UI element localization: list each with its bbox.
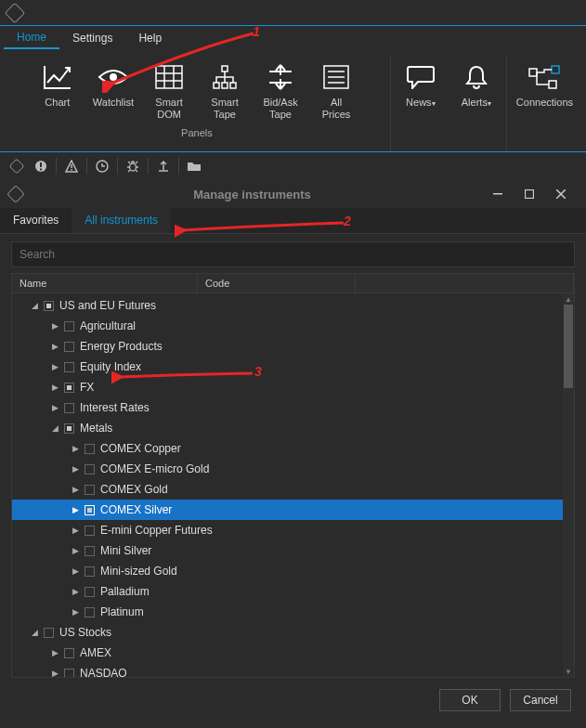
checkbox[interactable] [85,485,95,495]
scrollbar-thumb[interactable] [564,305,573,388]
checkbox[interactable] [85,526,95,536]
checkbox[interactable] [64,423,74,434]
expand-icon[interactable]: ▶ [49,361,60,372]
svg-point-16 [130,163,137,171]
tree-row-mini-silver[interactable]: ▶ Mini Silver [12,540,574,561]
cancel-button[interactable]: Cancel [510,689,571,711]
expand-icon[interactable]: ▶ [70,463,81,474]
ribbon-news-label: News▾ [406,97,436,109]
checkbox[interactable] [85,444,95,454]
tb-logo-icon[interactable] [6,155,28,177]
expand-icon[interactable]: ▶ [70,606,81,618]
checkbox[interactable] [85,607,95,618]
exclamation-icon[interactable] [30,155,52,177]
menu-settings[interactable]: Settings [59,28,125,48]
column-header-name[interactable]: Name [12,274,198,292]
checkbox[interactable] [85,464,95,474]
search-input[interactable] [12,242,574,266]
checkbox[interactable] [64,669,74,679]
tree-row-comex-silver[interactable]: ▶ COMEX Silver [12,500,574,520]
checkbox[interactable] [85,505,95,515]
ribbon-chart-button[interactable]: Chart [30,56,85,125]
expand-icon[interactable]: ▶ [49,341,60,352]
checkbox[interactable] [44,301,54,311]
menu-home[interactable]: Home [4,27,59,49]
tree-row-fx[interactable]: ▶ FX [12,377,574,397]
checkbox[interactable] [64,362,74,372]
app-titlebar [0,0,586,26]
tree-row-agricultural[interactable]: ▶ Agricultural [12,316,574,336]
expand-icon[interactable]: ▶ [70,525,81,536]
bug-icon[interactable] [122,155,144,177]
ribbon-bidask-button[interactable]: Bid/Ask Tape [253,56,308,125]
ribbon-watchlist-button[interactable]: Watchlist [85,56,141,125]
minimize-button[interactable] [482,181,514,207]
tree-row-nasdaq[interactable]: ▶ NASDAQ [12,663,574,678]
svg-rect-11 [40,162,42,167]
tree-row-energy[interactable]: ▶ Energy Products [12,336,574,357]
expand-icon[interactable]: ▶ [49,320,60,332]
checkbox[interactable] [64,403,74,413]
tree-label: COMEX E-micro Gold [100,462,209,475]
close-button[interactable] [545,181,577,207]
folder-icon[interactable] [183,155,205,177]
tree-row-emini-copper[interactable]: ▶ E-mini Copper Futures [12,520,574,540]
clock-icon[interactable] [91,155,113,177]
scroll-up-icon[interactable]: ▲ [563,293,574,305]
tab-favorites[interactable]: Favorites [0,208,72,233]
ribbon-connections-button[interactable]: Connections [509,56,580,114]
tree-row-mini-gold[interactable]: ▶ Mini-sized Gold [12,561,574,581]
checkbox[interactable] [44,628,54,638]
checkbox[interactable] [85,566,95,577]
checkbox[interactable] [85,546,95,556]
checkbox[interactable] [64,321,74,332]
tree-row-us-stocks[interactable]: ◢ US Stocks [12,622,574,643]
expand-icon[interactable]: ▶ [70,586,81,597]
collapse-icon[interactable]: ◢ [29,300,40,311]
collapse-icon[interactable]: ◢ [49,422,60,434]
tree-label: E-mini Copper Futures [100,524,213,537]
expand-icon[interactable]: ▶ [49,647,60,658]
expand-icon[interactable]: ▶ [49,668,60,678]
tree-row-platinum[interactable]: ▶ Platinum [12,602,574,622]
warning-icon[interactable] [60,155,83,177]
tree-row-equity[interactable]: ▶ Equity Index [12,357,574,377]
svg-rect-14 [71,169,72,171]
ribbon-smartdom-button[interactable]: Smart DOM [141,56,197,125]
menu-help[interactable]: Help [125,28,175,48]
maximize-button[interactable] [514,181,545,207]
tree-row-amex[interactable]: ▶ AMEX [12,643,574,663]
scroll-down-icon[interactable]: ▼ [563,666,574,677]
upload-icon[interactable] [152,155,175,177]
expand-icon[interactable]: ▶ [49,382,60,393]
tab-all-instruments[interactable]: All instruments [72,208,171,233]
ribbon-allprices-button[interactable]: All Prices [308,56,364,125]
tree-row-comex-copper[interactable]: ▶ COMEX Copper [12,438,574,459]
expand-icon[interactable]: ▶ [70,566,81,577]
tree-label: US and EU Futures [59,299,156,312]
ribbon-news-button[interactable]: News▾ [393,56,449,114]
ribbon-smarttape-button[interactable]: Smart Tape [197,56,253,125]
tree-row-interest[interactable]: ▶ Interest Rates [12,397,574,418]
tree-row-palladium[interactable]: ▶ Palladium [12,581,574,602]
checkbox[interactable] [64,383,74,393]
tree-row-metals[interactable]: ◢ Metals [12,418,574,438]
checkbox[interactable] [85,587,95,597]
expand-icon[interactable]: ▶ [49,402,60,413]
checkbox[interactable] [64,342,74,352]
tree-row-us-eu-futures[interactable]: ◢ US and EU Futures [12,295,574,316]
expand-icon[interactable]: ▶ [70,504,81,515]
expand-icon[interactable]: ▶ [70,545,81,556]
checkbox[interactable] [64,648,74,658]
expand-icon[interactable]: ▶ [70,484,81,495]
svg-rect-12 [40,169,42,171]
tree-row-comex-gold[interactable]: ▶ COMEX Gold [12,479,574,500]
chart-icon [42,61,73,93]
tree-row-comex-emicro-gold[interactable]: ▶ COMEX E-micro Gold [12,459,574,479]
column-header-code[interactable]: Code [198,274,356,292]
scrollbar[interactable]: ▲ ▼ [563,293,574,677]
ok-button[interactable]: OK [439,689,501,711]
ribbon-alerts-button[interactable]: Alerts▾ [449,56,504,114]
expand-icon[interactable]: ▶ [70,443,81,454]
collapse-icon[interactable]: ◢ [29,627,40,638]
